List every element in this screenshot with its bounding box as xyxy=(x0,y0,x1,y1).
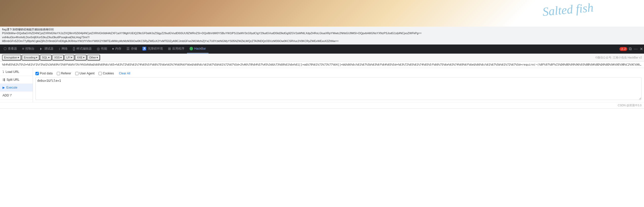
tab-elements[interactable]: ⬡ 查看器 xyxy=(1,44,20,53)
duplicate-icon[interactable]: ⧉ xyxy=(629,47,632,51)
encoding-chevron-icon: ▾ xyxy=(36,56,37,59)
hackbar-sidebar: ⤵ Load URL ⇶ Split URL ▶ Execute ADD '/' xyxy=(0,68,33,102)
post-data-checkbox[interactable] xyxy=(35,72,39,75)
more-icon[interactable]: ⋯ xyxy=(634,47,638,51)
referer-checkbox-item[interactable]: Referer xyxy=(57,72,71,75)
split-url-button[interactable]: ⇶ Split URL xyxy=(0,76,33,84)
tab-hackbar[interactable]: HackBar xyxy=(187,44,209,53)
split-url-label: Split URL xyxy=(7,78,20,81)
checkbox-row: Post data Referer User Agent Cookies Cle… xyxy=(35,70,641,77)
execute-icon: ▶ xyxy=(3,86,5,89)
other-dropdown[interactable]: Other ▾ xyxy=(87,55,100,60)
execute-button[interactable]: ▶ Execute xyxy=(0,84,33,92)
weixin-link: ©微信公众号: 江南小虫虫 HackBar v2 xyxy=(595,56,642,59)
url-bar: flag瀵卞湪標欗锛屼缃鍚芥嬪録板眱棰织绗 PGh0bWw+DQo8aGVhZD… xyxy=(0,27,644,45)
tab-memory-label: 内存 xyxy=(115,47,121,51)
execute-label: Execute xyxy=(6,86,17,89)
accessibility-icon: ♿ xyxy=(142,47,146,51)
xss-chevron-icon: ▾ xyxy=(60,56,62,59)
memory-icon: ♦ xyxy=(112,47,114,51)
user-agent-checkbox[interactable] xyxy=(75,72,79,75)
top-image: Salted fish xyxy=(0,0,644,27)
xss-dropdown[interactable]: XSS ▾ xyxy=(52,55,64,60)
tab-style-editor[interactable]: {} 样式编辑器 xyxy=(70,44,94,53)
console-icon: ≡ xyxy=(22,47,24,51)
debugger-icon: ⏵ xyxy=(40,47,43,51)
watermark: Salted fish xyxy=(542,0,594,18)
sql-label: SQL xyxy=(42,56,48,59)
tab-console[interactable]: ≡ 控制台 xyxy=(20,44,37,53)
tab-app[interactable]: ⊞ 应用程序 xyxy=(165,44,187,53)
hackbar-content: Post data Referer User Agent Cookies Cle… xyxy=(33,68,644,102)
network-icon: ↕ xyxy=(59,47,60,51)
post-data-label: Post data xyxy=(40,72,53,75)
other-chevron-icon: ▾ xyxy=(97,56,98,59)
tab-network[interactable]: ↕ 网络 xyxy=(56,44,70,53)
referer-checkbox[interactable] xyxy=(57,72,60,75)
app-icon: ⊞ xyxy=(168,47,171,51)
xxe-dropdown[interactable]: XXE ▾ xyxy=(75,55,87,60)
storage-icon: ☰ xyxy=(126,47,130,51)
close-icon[interactable]: ✕ xyxy=(640,47,643,51)
hackbar-area: Encryption ▾ Encoding ▾ SQL ▾ XSS ▾ LFI … xyxy=(0,54,644,109)
sql-chevron-icon: ▾ xyxy=(48,56,50,59)
post-data-checkbox-item[interactable]: Post data xyxy=(35,72,53,75)
tab-hackbar-label: HackBar xyxy=(194,47,206,50)
url-line-2: PGh0bWw+DQo8aGVhZD4NCjxtZXRhlGNoYXJzZXQ9… xyxy=(2,31,642,35)
devtools-tabs: ⬡ 查看器 ≡ 控制台 ⏵ 调试器 ↕ 网络 {} 样式编辑器 ◎ 性能 ♦ 内… xyxy=(0,45,644,54)
split-url-icon: ⇶ xyxy=(3,78,5,81)
sql-dropdown[interactable]: SQL ▾ xyxy=(40,55,52,60)
devtools-right: ⚠ 2 ⧉ ⋯ ✕ xyxy=(619,47,643,51)
url-line-3: vvlHkul3ov4fnnlvliLDov5nlj6Xor53kuZ/kul3… xyxy=(2,35,642,39)
elements-icon: ⬡ xyxy=(4,47,7,51)
xxe-label: XXE xyxy=(77,56,83,59)
tab-elements-label: 查看器 xyxy=(8,47,17,51)
cookies-label: Cookies xyxy=(103,72,114,75)
tab-storage[interactable]: ☰ 存储 xyxy=(124,44,140,53)
post-data-textarea[interactable] xyxy=(35,77,641,100)
hackbar-main: ⤵ Load URL ⇶ Split URL ▶ Execute ADD '/'… xyxy=(0,68,644,102)
tab-network-label: 网络 xyxy=(62,47,68,51)
hackbar-toolbar: Encryption ▾ Encoding ▾ SQL ▾ XSS ▾ LFI … xyxy=(0,54,644,62)
tab-console-label: 控制台 xyxy=(25,47,34,51)
xxe-chevron-icon: ▾ xyxy=(83,56,85,59)
add-slash-button[interactable]: ADD '/' xyxy=(0,92,33,99)
tab-app-label: 应用程序 xyxy=(172,47,184,51)
encryption-chevron-icon: ▾ xyxy=(18,56,19,59)
load-url-button[interactable]: ⤵ Load URL xyxy=(0,68,33,76)
error-count: 2 xyxy=(624,47,626,50)
tab-accessibility[interactable]: ♿ 无障碍环境 xyxy=(140,44,165,53)
tab-accessibility-label: 无障碍环境 xyxy=(148,47,163,51)
encryption-label: Encryption xyxy=(4,56,17,59)
error-icon: ⚠ xyxy=(621,47,623,51)
lfi-chevron-icon: ▾ xyxy=(71,56,72,59)
user-agent-label: User Agent xyxy=(80,72,94,75)
style-editor-icon: {} xyxy=(73,47,75,51)
tab-storage-label: 存储 xyxy=(131,47,137,51)
hackbar-dot-icon xyxy=(190,47,193,50)
tab-debugger-label: 调试器 xyxy=(44,47,53,51)
hackbar-url-display: %64%65%62%75%3=%61%f1%f3%d1%3d%69%f3%0f%… xyxy=(0,62,644,68)
performance-icon: ◎ xyxy=(97,47,100,51)
error-badge[interactable]: ⚠ 2 xyxy=(619,47,627,51)
lfi-label: LFI xyxy=(66,56,70,59)
other-label: Other xyxy=(89,56,96,59)
lfi-dropdown[interactable]: LFI ▾ xyxy=(64,55,74,60)
url-line-4: lilBmbGFn5ZOm77yBljsNCgkkZjRrZV9mbGFnlD0… xyxy=(2,39,642,43)
cookies-checkbox-item[interactable]: Cookies xyxy=(99,72,114,75)
add-slash-label: ADD '/' xyxy=(3,94,12,97)
load-url-label: Load URL xyxy=(6,70,19,74)
tab-memory[interactable]: ♦ 内存 xyxy=(110,44,124,53)
tab-debugger[interactable]: ⏵ 调试器 xyxy=(37,44,56,53)
devtools-right-icons: ⧉ ⋯ ✕ xyxy=(629,47,643,51)
clear-all-button[interactable]: Clear All xyxy=(118,71,131,76)
tab-performance[interactable]: ◎ 性能 xyxy=(94,44,110,53)
encryption-dropdown[interactable]: Encryption ▾ xyxy=(2,55,21,60)
cookies-checkbox[interactable] xyxy=(99,72,102,75)
user-agent-checkbox-item[interactable]: User Agent xyxy=(75,72,94,75)
xss-label: XSS xyxy=(54,56,60,59)
encoding-dropdown[interactable]: Encoding ▾ xyxy=(22,55,40,60)
referer-label: Referer xyxy=(61,72,71,75)
url-line-1: flag瀵卞湪標欗锛屼缃鍚芥嬪録板眱棰织绗 xyxy=(2,28,642,31)
tab-performance-label: 性能 xyxy=(101,47,107,51)
